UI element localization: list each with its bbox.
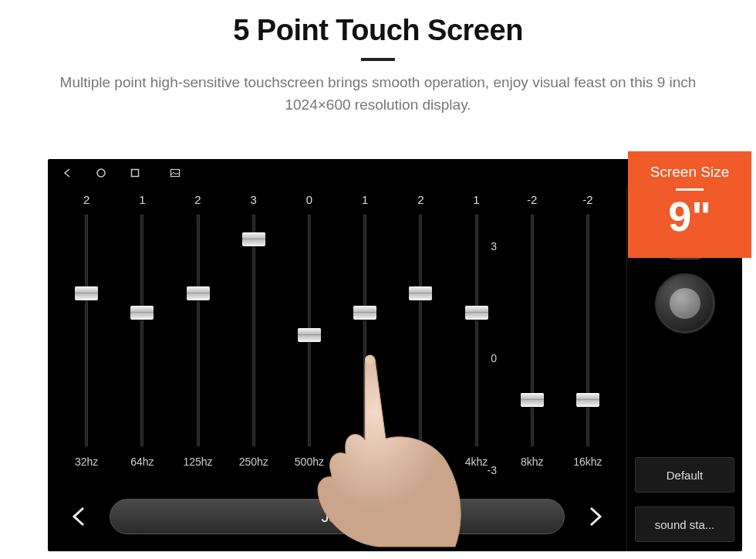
eq-band-value: 2 [83, 193, 89, 210]
eq-slider-thumb[interactable] [75, 286, 98, 300]
eq-band: -28khz [505, 193, 560, 486]
eq-band-value: 1 [473, 193, 479, 210]
eq-band-freq: 8khz [521, 456, 544, 468]
preset-prev-button[interactable] [63, 500, 96, 533]
eq-slider[interactable] [85, 215, 88, 446]
eq-band-freq: 32hz [75, 456, 98, 468]
recent-apps-icon[interactable] [130, 168, 140, 178]
preset-next-button[interactable] [579, 500, 611, 533]
screen-size-badge: Screen Size 9" [629, 153, 750, 256]
title-divider [361, 58, 395, 61]
eq-band-freq: 64hz [130, 456, 154, 468]
home-icon[interactable] [96, 168, 106, 178]
eq-band: 164hz [114, 193, 170, 486]
volume-knob[interactable] [655, 273, 715, 334]
page-subtitle: Multiple point high-sensitive touchscree… [31, 72, 725, 116]
eq-slider-thumb[interactable] [409, 286, 432, 300]
eq-slider[interactable] [197, 215, 200, 446]
eq-slider-thumb[interactable] [576, 393, 599, 407]
eq-band-value: 2 [417, 193, 424, 210]
badge-divider [676, 188, 704, 191]
hero-header: 5 Point Touch Screen Multiple point high… [0, 0, 756, 116]
scale-max: 3 [478, 241, 497, 252]
eq-band-freq: 125hz [183, 456, 212, 468]
eq-slider-thumb[interactable] [242, 232, 265, 246]
eq-band: 11khz [337, 193, 393, 486]
eq-band-value: 1 [139, 193, 145, 210]
eq-band: 3250hz [226, 193, 282, 486]
eq-slider-thumb[interactable] [187, 286, 210, 300]
eq-band-freq: 500hz [295, 456, 324, 468]
eq-band-freq: 250hz [239, 456, 268, 468]
eq-band: 2125hz [170, 193, 225, 486]
eq-scale: 3 0 -3 [478, 241, 497, 476]
eq-band-value: -2 [582, 193, 592, 210]
eq-band-value: 0 [306, 193, 312, 210]
eq-slider-thumb[interactable] [353, 306, 376, 320]
eq-slider[interactable] [308, 215, 311, 446]
preset-selector[interactable]: Jazz [110, 499, 565, 534]
preset-label: Jazz [321, 508, 353, 526]
eq-slider[interactable] [531, 215, 534, 446]
svg-point-0 [97, 169, 105, 177]
eq-slider[interactable] [140, 215, 143, 446]
eq-slider-thumb[interactable] [130, 306, 154, 320]
eq-band: 22khz [393, 193, 448, 486]
eq-band-freq: 16khz [573, 456, 602, 468]
eq-band: -216khz [560, 193, 616, 486]
eq-band-value: 1 [362, 193, 368, 210]
eq-slider[interactable] [363, 215, 366, 446]
equalizer-panel: 232hz164hz2125hz3250hz0500hz11khz22khz14… [48, 187, 626, 551]
eq-slider[interactable] [419, 215, 422, 446]
eq-slider-thumb[interactable] [298, 328, 321, 342]
eq-band-value: 2 [194, 193, 201, 210]
eq-band-freq: 1khz [353, 456, 376, 468]
eq-slider-thumb[interactable] [521, 393, 544, 407]
badge-value: 9" [668, 195, 711, 237]
badge-title: Screen Size [650, 164, 729, 181]
eq-band-value: 3 [251, 193, 257, 210]
page-title: 5 Point Touch Screen [0, 14, 756, 47]
eq-band: 0500hz [282, 193, 337, 486]
eq-slider[interactable] [586, 215, 589, 446]
eq-slider[interactable] [252, 215, 255, 446]
sound-stage-button[interactable]: sound sta... [635, 506, 734, 542]
svg-rect-1 [132, 170, 139, 177]
scale-mid: 0 [478, 353, 497, 364]
scale-min: -3 [478, 465, 497, 476]
eq-band-freq: 2khz [410, 456, 433, 468]
gallery-icon[interactable] [170, 168, 181, 178]
svg-rect-2 [171, 170, 180, 177]
eq-band: 232hz [59, 193, 114, 486]
eq-band-value: -2 [527, 193, 537, 210]
eq-slider[interactable] [475, 215, 478, 446]
default-button[interactable]: Default [635, 457, 734, 493]
back-icon[interactable] [62, 168, 73, 178]
